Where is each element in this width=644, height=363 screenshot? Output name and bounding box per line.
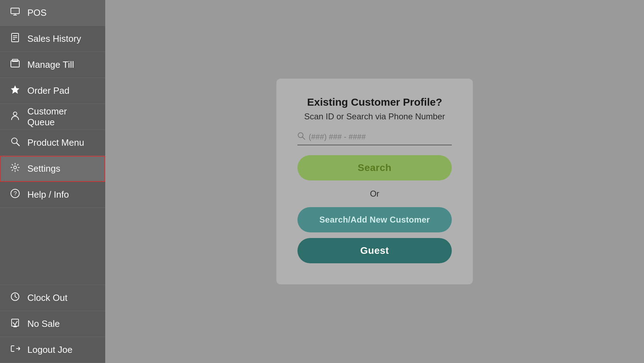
sidebar-item-manage-till-label: Manage Till (27, 59, 74, 70)
modal-title: Existing Customer Profile? (307, 96, 442, 108)
no-sale-icon (10, 318, 20, 330)
phone-search-icon (297, 132, 305, 142)
sidebar-item-customer-queue[interactable]: Customer Queue (0, 104, 105, 130)
guest-button[interactable]: Guest (297, 238, 452, 263)
sidebar-item-order-pad[interactable]: Order Pad (0, 78, 105, 104)
order-pad-icon (10, 85, 20, 97)
product-menu-icon (10, 137, 20, 149)
sidebar-item-order-pad-label: Order Pad (27, 85, 69, 96)
sidebar-item-help-info-label: Help / Info (27, 189, 69, 200)
sidebar-top: POS Sales History Manage Til (0, 0, 105, 285)
sidebar-item-no-sale[interactable]: No Sale (0, 311, 105, 337)
search-button[interactable]: Search (297, 155, 452, 180)
svg-text:?: ? (14, 191, 17, 197)
customer-profile-modal: Existing Customer Profile? Scan ID or Se… (276, 79, 473, 284)
sidebar-item-clock-out-label: Clock Out (27, 292, 67, 303)
sidebar-item-settings-label: Settings (27, 163, 60, 174)
svg-point-11 (12, 138, 17, 144)
logout-icon (10, 344, 20, 356)
pos-icon (10, 7, 20, 19)
or-divider: Or (370, 189, 380, 199)
sidebar-item-no-sale-label: No Sale (27, 318, 60, 329)
svg-marker-9 (11, 85, 19, 94)
phone-search-input[interactable] (309, 132, 452, 141)
sidebar-item-pos-label: POS (27, 7, 47, 18)
sidebar-item-customer-queue-label: Customer Queue (27, 106, 95, 128)
sidebar-item-help-info[interactable]: ? Help / Info (0, 182, 105, 208)
phone-search-wrapper (297, 132, 452, 145)
svg-rect-0 (11, 8, 19, 14)
search-add-customer-button[interactable]: Search/Add New Customer (297, 207, 452, 232)
svg-line-12 (17, 143, 20, 146)
manage-till-icon (10, 59, 20, 71)
sidebar: POS Sales History Manage Til (0, 0, 105, 363)
sidebar-item-logout-label: Logout Joe (27, 344, 73, 355)
sidebar-item-pos[interactable]: POS (0, 0, 105, 26)
sidebar-item-sales-history[interactable]: Sales History (0, 26, 105, 52)
sidebar-item-clock-out[interactable]: Clock Out (0, 285, 105, 311)
svg-line-18 (15, 297, 17, 298)
svg-point-10 (13, 112, 17, 116)
help-info-icon: ? (10, 189, 20, 201)
sidebar-item-product-menu-label: Product Menu (27, 137, 84, 148)
sidebar-bottom: Clock Out No Sale (0, 285, 105, 363)
sidebar-item-logout[interactable]: Logout Joe (0, 337, 105, 363)
sidebar-item-settings[interactable]: Settings (0, 156, 105, 182)
sidebar-item-product-menu[interactable]: Product Menu (0, 130, 105, 156)
sidebar-item-manage-till[interactable]: Manage Till (0, 52, 105, 78)
settings-icon (10, 163, 20, 175)
clock-out-icon (10, 292, 20, 304)
main-content: Existing Customer Profile? Scan ID or Se… (105, 0, 644, 363)
sidebar-item-sales-history-label: Sales History (27, 33, 81, 44)
svg-line-24 (303, 137, 305, 140)
sidebar-spacer (0, 208, 105, 285)
customer-queue-icon (10, 111, 20, 123)
modal-subtitle: Scan ID or Search via Phone Number (304, 112, 445, 121)
sales-history-icon (10, 33, 20, 45)
svg-point-13 (14, 166, 16, 169)
